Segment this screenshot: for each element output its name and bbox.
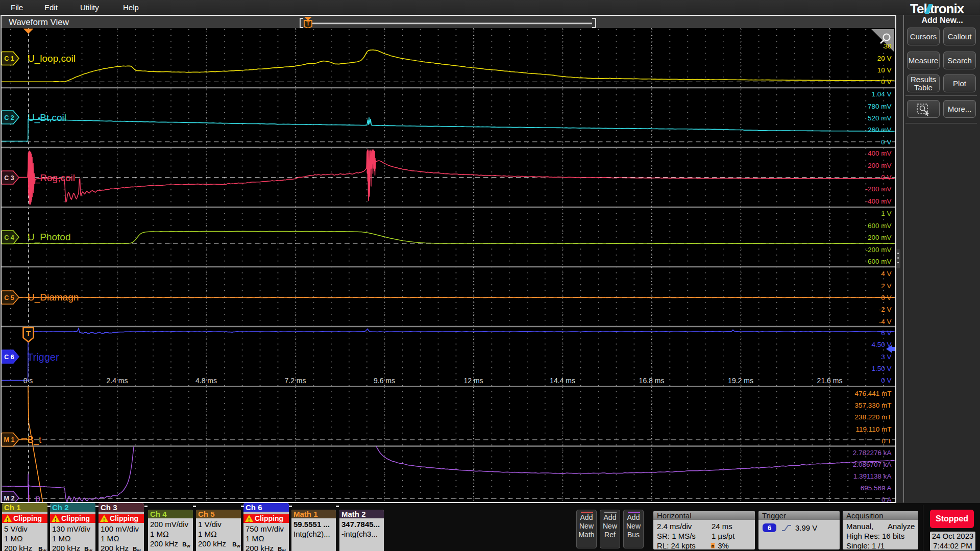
svg-text:238.220 mT: 238.220 mT [854,413,891,421]
svg-text:0 A: 0 A [881,496,892,502]
svg-text:520 mV: 520 mV [868,114,892,122]
svg-text:7.2 ms: 7.2 ms [284,377,306,385]
svg-text:1 V: 1 V [881,210,891,217]
svg-text:1.04 V: 1.04 V [871,90,891,98]
svg-text:U_loop,coil: U_loop,coil [28,53,76,64]
svg-text:0 V: 0 V [881,294,891,302]
svg-text:9.6 ms: 9.6 ms [374,377,395,385]
svg-text:400 mV: 400 mV [868,149,892,157]
svg-text:U_Bt,coil: U_Bt,coil [28,112,66,123]
svg-text:U_Rog,coil: U_Rog,coil [28,172,75,184]
svg-text:Trigger: Trigger [27,352,59,363]
svg-text:T: T [306,20,310,27]
svg-text:0 V: 0 V [881,173,891,181]
svg-text:C 2: C 2 [4,114,14,121]
svg-text:476.441 mT: 476.441 mT [854,390,891,397]
svg-text:4.8 ms: 4.8 ms [195,377,217,385]
svg-text:10 V: 10 V [877,66,892,74]
svg-text:6 V: 6 V [881,329,891,337]
svg-text:200 mV: 200 mV [868,234,892,241]
svg-text:30: 30 [884,42,891,50]
svg-text:4 V: 4 V [881,270,891,278]
svg-text:-600 mV: -600 mV [865,258,891,265]
svg-text:1.50 V: 1.50 V [871,365,891,372]
svg-text:C 5: C 5 [4,294,14,302]
svg-text:C 3: C 3 [4,174,14,182]
svg-text:B_t: B_t [28,435,41,445]
svg-text:780 mV: 780 mV [868,103,892,110]
svg-text:0 s: 0 s [23,377,33,385]
svg-text:21.6 ms: 21.6 ms [817,377,843,385]
svg-text:M 1: M 1 [4,436,15,443]
svg-text:U_Photod: U_Photod [28,232,71,243]
svg-text:0 V: 0 V [881,78,891,86]
svg-text:119.110 mT: 119.110 mT [855,425,891,433]
svg-text:2 V: 2 V [881,282,891,290]
svg-text:-200 mV: -200 mV [865,185,891,193]
svg-text:12 ms: 12 ms [463,377,483,385]
svg-text:-200 mV: -200 mV [865,246,891,254]
svg-text:T: T [712,545,714,548]
svg-text:3 V: 3 V [881,353,891,361]
svg-text:I_p: I_p [28,493,40,502]
svg-text:2.4 ms: 2.4 ms [106,377,128,385]
svg-text:C 4: C 4 [4,234,14,241]
svg-text:20 V: 20 V [877,55,892,62]
svg-text:2.782276 kA: 2.782276 kA [853,449,892,457]
svg-text:0 V: 0 V [881,138,891,146]
svg-text:16.8 ms: 16.8 ms [639,377,665,385]
svg-text:19.2 ms: 19.2 ms [728,377,753,385]
svg-text:2.086707 kA: 2.086707 kA [853,461,892,468]
svg-text:600 mV: 600 mV [868,222,892,230]
svg-text:M 2: M 2 [4,495,15,502]
svg-text:U_Diamagn: U_Diamagn [28,292,79,303]
svg-text:0 T: 0 T [881,437,891,445]
svg-text:C 1: C 1 [4,55,14,62]
svg-text:-400 mV: -400 mV [865,197,891,205]
svg-text:200 mV: 200 mV [868,162,892,169]
svg-text:-4 V: -4 V [879,318,892,325]
svg-text:695.569 A: 695.569 A [861,484,892,492]
svg-text:14.4 ms: 14.4 ms [550,377,575,385]
svg-text:357.330 mT: 357.330 mT [854,402,891,409]
svg-text:260 mV: 260 mV [868,126,892,134]
svg-text:-2 V: -2 V [879,306,892,313]
svg-text:0 V: 0 V [881,377,891,384]
svg-text:T: T [26,329,31,338]
svg-text:1.391138 kA: 1.391138 kA [853,472,892,480]
svg-text:C 6: C 6 [4,354,14,361]
